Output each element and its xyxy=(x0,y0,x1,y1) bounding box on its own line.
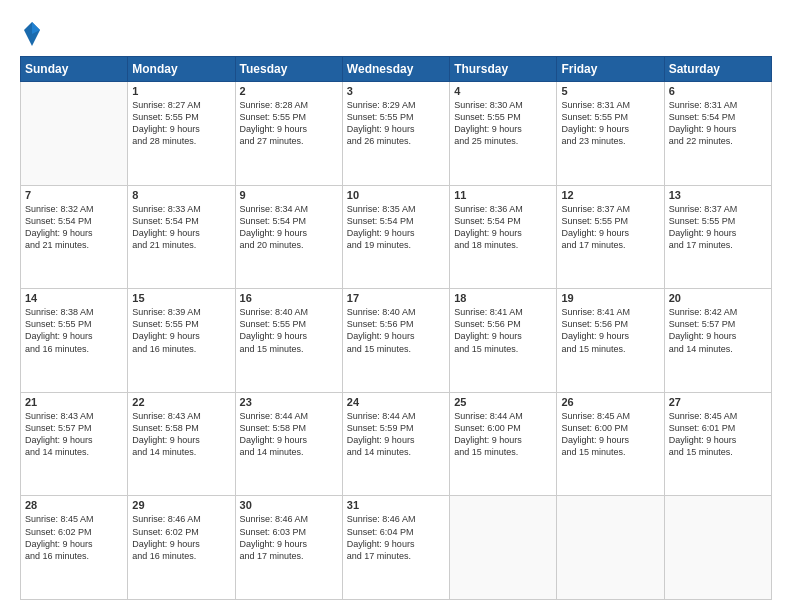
day-number: 9 xyxy=(240,189,338,201)
day-number: 17 xyxy=(347,292,445,304)
logo-icon xyxy=(22,20,42,48)
calendar-cell: 31Sunrise: 8:46 AM Sunset: 6:04 PM Dayli… xyxy=(342,496,449,600)
day-number: 30 xyxy=(240,499,338,511)
day-number: 24 xyxy=(347,396,445,408)
calendar-cell: 25Sunrise: 8:44 AM Sunset: 6:00 PM Dayli… xyxy=(450,392,557,496)
day-info: Sunrise: 8:27 AM Sunset: 5:55 PM Dayligh… xyxy=(132,99,230,148)
calendar-cell: 24Sunrise: 8:44 AM Sunset: 5:59 PM Dayli… xyxy=(342,392,449,496)
day-info: Sunrise: 8:44 AM Sunset: 6:00 PM Dayligh… xyxy=(454,410,552,459)
calendar-cell: 18Sunrise: 8:41 AM Sunset: 5:56 PM Dayli… xyxy=(450,289,557,393)
day-number: 5 xyxy=(561,85,659,97)
day-number: 23 xyxy=(240,396,338,408)
day-info: Sunrise: 8:46 AM Sunset: 6:02 PM Dayligh… xyxy=(132,513,230,562)
calendar-cell: 12Sunrise: 8:37 AM Sunset: 5:55 PM Dayli… xyxy=(557,185,664,289)
calendar-week-4: 21Sunrise: 8:43 AM Sunset: 5:57 PM Dayli… xyxy=(21,392,772,496)
calendar-cell: 28Sunrise: 8:45 AM Sunset: 6:02 PM Dayli… xyxy=(21,496,128,600)
day-info: Sunrise: 8:29 AM Sunset: 5:55 PM Dayligh… xyxy=(347,99,445,148)
day-number: 3 xyxy=(347,85,445,97)
calendar-cell: 26Sunrise: 8:45 AM Sunset: 6:00 PM Dayli… xyxy=(557,392,664,496)
day-number: 21 xyxy=(25,396,123,408)
calendar-cell: 4Sunrise: 8:30 AM Sunset: 5:55 PM Daylig… xyxy=(450,82,557,186)
day-number: 11 xyxy=(454,189,552,201)
calendar-cell xyxy=(557,496,664,600)
day-number: 29 xyxy=(132,499,230,511)
day-info: Sunrise: 8:30 AM Sunset: 5:55 PM Dayligh… xyxy=(454,99,552,148)
day-info: Sunrise: 8:37 AM Sunset: 5:55 PM Dayligh… xyxy=(669,203,767,252)
calendar-header-row: SundayMondayTuesdayWednesdayThursdayFrid… xyxy=(21,57,772,82)
calendar-week-5: 28Sunrise: 8:45 AM Sunset: 6:02 PM Dayli… xyxy=(21,496,772,600)
calendar-cell: 21Sunrise: 8:43 AM Sunset: 5:57 PM Dayli… xyxy=(21,392,128,496)
calendar-header-saturday: Saturday xyxy=(664,57,771,82)
day-info: Sunrise: 8:46 AM Sunset: 6:04 PM Dayligh… xyxy=(347,513,445,562)
calendar-cell: 29Sunrise: 8:46 AM Sunset: 6:02 PM Dayli… xyxy=(128,496,235,600)
calendar-cell: 27Sunrise: 8:45 AM Sunset: 6:01 PM Dayli… xyxy=(664,392,771,496)
calendar-cell: 3Sunrise: 8:29 AM Sunset: 5:55 PM Daylig… xyxy=(342,82,449,186)
day-number: 25 xyxy=(454,396,552,408)
day-number: 18 xyxy=(454,292,552,304)
day-number: 1 xyxy=(132,85,230,97)
day-number: 14 xyxy=(25,292,123,304)
page: SundayMondayTuesdayWednesdayThursdayFrid… xyxy=(0,0,792,612)
calendar-header-thursday: Thursday xyxy=(450,57,557,82)
calendar-cell: 15Sunrise: 8:39 AM Sunset: 5:55 PM Dayli… xyxy=(128,289,235,393)
calendar-week-1: 1Sunrise: 8:27 AM Sunset: 5:55 PM Daylig… xyxy=(21,82,772,186)
day-number: 31 xyxy=(347,499,445,511)
day-info: Sunrise: 8:43 AM Sunset: 5:58 PM Dayligh… xyxy=(132,410,230,459)
day-number: 13 xyxy=(669,189,767,201)
calendar-cell: 19Sunrise: 8:41 AM Sunset: 5:56 PM Dayli… xyxy=(557,289,664,393)
calendar-cell: 30Sunrise: 8:46 AM Sunset: 6:03 PM Dayli… xyxy=(235,496,342,600)
calendar-cell: 8Sunrise: 8:33 AM Sunset: 5:54 PM Daylig… xyxy=(128,185,235,289)
day-number: 4 xyxy=(454,85,552,97)
day-info: Sunrise: 8:43 AM Sunset: 5:57 PM Dayligh… xyxy=(25,410,123,459)
day-number: 22 xyxy=(132,396,230,408)
calendar-cell: 7Sunrise: 8:32 AM Sunset: 5:54 PM Daylig… xyxy=(21,185,128,289)
day-number: 2 xyxy=(240,85,338,97)
day-number: 16 xyxy=(240,292,338,304)
calendar-table: SundayMondayTuesdayWednesdayThursdayFrid… xyxy=(20,56,772,600)
day-number: 26 xyxy=(561,396,659,408)
day-info: Sunrise: 8:28 AM Sunset: 5:55 PM Dayligh… xyxy=(240,99,338,148)
calendar-cell: 17Sunrise: 8:40 AM Sunset: 5:56 PM Dayli… xyxy=(342,289,449,393)
calendar-header-friday: Friday xyxy=(557,57,664,82)
calendar-cell: 22Sunrise: 8:43 AM Sunset: 5:58 PM Dayli… xyxy=(128,392,235,496)
calendar-cell: 2Sunrise: 8:28 AM Sunset: 5:55 PM Daylig… xyxy=(235,82,342,186)
day-info: Sunrise: 8:35 AM Sunset: 5:54 PM Dayligh… xyxy=(347,203,445,252)
day-info: Sunrise: 8:31 AM Sunset: 5:54 PM Dayligh… xyxy=(669,99,767,148)
calendar-cell: 14Sunrise: 8:38 AM Sunset: 5:55 PM Dayli… xyxy=(21,289,128,393)
day-number: 12 xyxy=(561,189,659,201)
day-info: Sunrise: 8:37 AM Sunset: 5:55 PM Dayligh… xyxy=(561,203,659,252)
calendar-header-wednesday: Wednesday xyxy=(342,57,449,82)
calendar-cell: 6Sunrise: 8:31 AM Sunset: 5:54 PM Daylig… xyxy=(664,82,771,186)
day-info: Sunrise: 8:34 AM Sunset: 5:54 PM Dayligh… xyxy=(240,203,338,252)
day-info: Sunrise: 8:40 AM Sunset: 5:55 PM Dayligh… xyxy=(240,306,338,355)
day-number: 8 xyxy=(132,189,230,201)
calendar-cell: 11Sunrise: 8:36 AM Sunset: 5:54 PM Dayli… xyxy=(450,185,557,289)
day-info: Sunrise: 8:32 AM Sunset: 5:54 PM Dayligh… xyxy=(25,203,123,252)
day-info: Sunrise: 8:45 AM Sunset: 6:01 PM Dayligh… xyxy=(669,410,767,459)
day-info: Sunrise: 8:41 AM Sunset: 5:56 PM Dayligh… xyxy=(561,306,659,355)
day-number: 28 xyxy=(25,499,123,511)
day-number: 20 xyxy=(669,292,767,304)
calendar-header-tuesday: Tuesday xyxy=(235,57,342,82)
day-info: Sunrise: 8:41 AM Sunset: 5:56 PM Dayligh… xyxy=(454,306,552,355)
day-number: 10 xyxy=(347,189,445,201)
calendar-cell: 20Sunrise: 8:42 AM Sunset: 5:57 PM Dayli… xyxy=(664,289,771,393)
day-info: Sunrise: 8:44 AM Sunset: 5:58 PM Dayligh… xyxy=(240,410,338,459)
calendar-cell: 16Sunrise: 8:40 AM Sunset: 5:55 PM Dayli… xyxy=(235,289,342,393)
day-info: Sunrise: 8:38 AM Sunset: 5:55 PM Dayligh… xyxy=(25,306,123,355)
calendar-cell: 1Sunrise: 8:27 AM Sunset: 5:55 PM Daylig… xyxy=(128,82,235,186)
logo xyxy=(20,20,48,48)
calendar-cell xyxy=(450,496,557,600)
day-number: 27 xyxy=(669,396,767,408)
day-info: Sunrise: 8:40 AM Sunset: 5:56 PM Dayligh… xyxy=(347,306,445,355)
calendar-cell: 13Sunrise: 8:37 AM Sunset: 5:55 PM Dayli… xyxy=(664,185,771,289)
day-info: Sunrise: 8:31 AM Sunset: 5:55 PM Dayligh… xyxy=(561,99,659,148)
calendar-header-sunday: Sunday xyxy=(21,57,128,82)
day-info: Sunrise: 8:36 AM Sunset: 5:54 PM Dayligh… xyxy=(454,203,552,252)
calendar-cell: 9Sunrise: 8:34 AM Sunset: 5:54 PM Daylig… xyxy=(235,185,342,289)
day-info: Sunrise: 8:44 AM Sunset: 5:59 PM Dayligh… xyxy=(347,410,445,459)
header xyxy=(20,16,772,48)
calendar-week-3: 14Sunrise: 8:38 AM Sunset: 5:55 PM Dayli… xyxy=(21,289,772,393)
day-number: 6 xyxy=(669,85,767,97)
calendar-cell: 10Sunrise: 8:35 AM Sunset: 5:54 PM Dayli… xyxy=(342,185,449,289)
